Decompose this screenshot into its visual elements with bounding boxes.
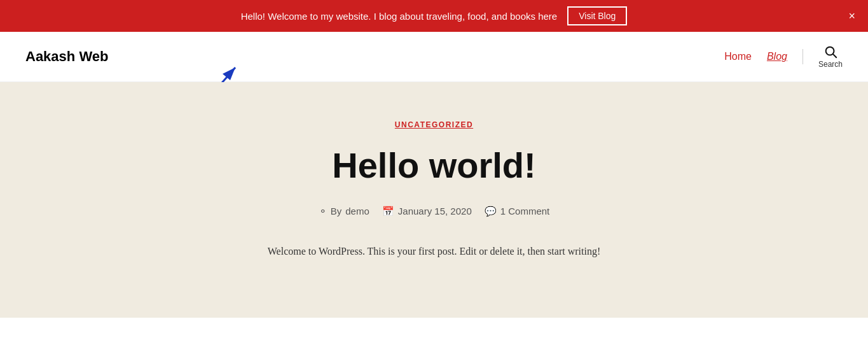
comments-link[interactable]: 1 Comment	[500, 206, 550, 216]
announcement-bar: Hello! Welcome to my website. I blog abo…	[0, 0, 868, 32]
search-icon	[823, 45, 837, 59]
post-title: Hello world!	[332, 145, 535, 186]
nav-home-link[interactable]: Home	[724, 51, 752, 62]
search-button[interactable]: Search	[818, 45, 843, 69]
header-wrapper: Aakash Web Home Blog Search	[0, 32, 868, 82]
post-date-meta: 📅 January 15, 2020	[382, 206, 472, 217]
search-label: Search	[818, 60, 843, 69]
close-announcement-button[interactable]: ×	[848, 10, 855, 22]
nav-right: Home Blog Search	[724, 45, 843, 69]
comment-icon: 💬	[485, 206, 497, 217]
author-icon: ⚬	[319, 205, 327, 217]
author-link[interactable]: demo	[345, 206, 369, 216]
post-excerpt: Welcome to WordPress. This is your first…	[268, 243, 600, 260]
announcement-text: Hello! Welcome to my website. I blog abo…	[241, 11, 558, 22]
author-prefix: By	[331, 206, 342, 216]
nav-divider	[803, 49, 803, 64]
post-meta: ⚬ By demo 📅 January 15, 2020 💬 1 Comment	[319, 205, 550, 217]
svg-line-1	[833, 54, 836, 57]
post-category[interactable]: UNCATEGORIZED	[395, 120, 473, 129]
post-comments-meta: 💬 1 Comment	[485, 206, 550, 217]
calendar-icon: 📅	[382, 206, 394, 217]
site-logo[interactable]: Aakash Web	[25, 48, 108, 65]
post-author-meta: ⚬ By demo	[319, 205, 369, 217]
site-header: Aakash Web Home Blog Search	[0, 32, 868, 82]
nav-blog-link[interactable]: Blog	[767, 51, 787, 62]
post-date: January 15, 2020	[398, 206, 472, 216]
main-content: UNCATEGORIZED Hello world! ⚬ By demo 📅 J…	[0, 82, 868, 318]
visit-blog-button[interactable]: Visit Blog	[567, 6, 627, 25]
